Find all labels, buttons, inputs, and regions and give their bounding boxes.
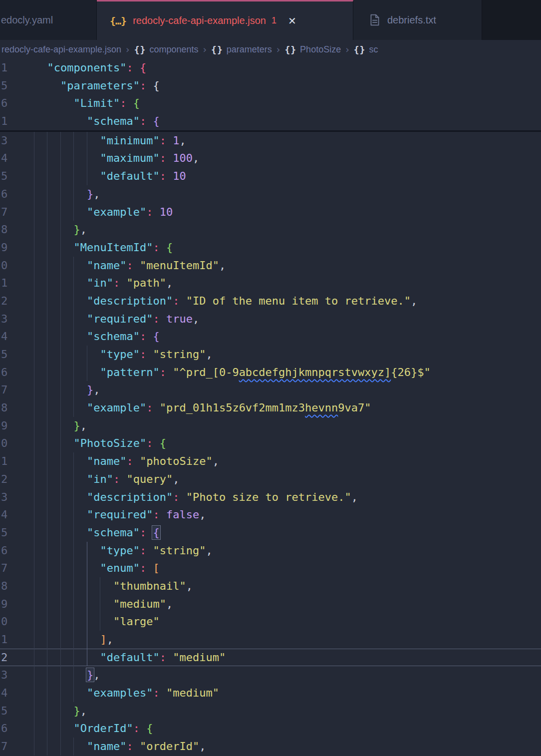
- line-number[interactable]: 6: [1, 364, 8, 381]
- code-line[interactable]: 0 "PhotoSize": {: [0, 434, 541, 452]
- line-number[interactable]: 8: [1, 399, 8, 417]
- code-line[interactable]: 4 "examples": "medium": [0, 684, 541, 702]
- code-line[interactable]: 7 "enum": [: [0, 559, 541, 577]
- line-number[interactable]: 4: [1, 328, 8, 346]
- code-line[interactable]: 3 "required": true,: [0, 310, 541, 328]
- code-line[interactable]: 0 "name": "menuItemId",: [0, 257, 541, 275]
- line-number[interactable]: 8: [1, 577, 8, 595]
- code-line[interactable]: 6 "pattern": "^prd_[0-9abcdefghjkmnpqrst…: [0, 364, 541, 381]
- code-line[interactable]: 7 "example": 10: [0, 203, 541, 221]
- line-number[interactable]: 7: [1, 738, 8, 756]
- code-line[interactable]: 2 "in": "query",: [0, 470, 541, 488]
- line-number[interactable]: 4: [1, 149, 8, 167]
- line-number[interactable]: 1: [1, 452, 8, 470]
- code-line[interactable]: 1 "name": "photoSize",: [0, 452, 541, 470]
- line-number[interactable]: 1: [1, 112, 8, 130]
- editor-window: edocly.yaml {…} redocly-cafe-api-example…: [0, 0, 541, 756]
- code-line[interactable]: 8 },: [0, 221, 541, 239]
- code-line[interactable]: 8 "thumbnail",: [0, 577, 541, 595]
- line-number[interactable]: 6: [1, 94, 8, 112]
- code-line-text: "name": "orderId",: [34, 738, 206, 756]
- code-line[interactable]: 5 },: [0, 702, 541, 720]
- code-line[interactable]: 1 "components": {: [0, 59, 541, 77]
- line-number[interactable]: 0: [1, 257, 8, 275]
- line-number[interactable]: 2: [1, 292, 8, 310]
- line-number[interactable]: 5: [1, 346, 8, 364]
- line-number[interactable]: 6: [1, 720, 8, 738]
- line-number[interactable]: 8: [1, 221, 8, 239]
- code-line-text: },: [34, 417, 87, 435]
- close-icon[interactable]: ✕: [286, 14, 298, 28]
- text-file-icon: [369, 13, 380, 26]
- code-line[interactable]: 5 "parameters": {: [0, 77, 541, 95]
- code-line-current[interactable]: 2 "default": "medium": [0, 649, 541, 667]
- line-number[interactable]: 6: [1, 185, 8, 203]
- tab-label: edocly.yaml: [1, 14, 53, 26]
- line-number[interactable]: 5: [1, 167, 8, 185]
- breadcrumb-item-sc[interactable]: {}sc: [354, 44, 378, 55]
- line-number[interactable]: 9: [1, 239, 8, 257]
- code-line[interactable]: 3 },: [0, 666, 541, 684]
- code-line[interactable]: 4 "maximum": 100,: [0, 149, 541, 167]
- code-line[interactable]: 0 "large": [0, 613, 541, 631]
- code-line[interactable]: 5 "schema": {: [0, 524, 541, 542]
- code-line[interactable]: 5 "type": "string",: [0, 346, 541, 364]
- breadcrumb-item-components[interactable]: {}components: [134, 44, 199, 55]
- code-line[interactable]: 3 "minimum": 1,: [0, 132, 541, 150]
- line-number[interactable]: 4: [1, 506, 8, 524]
- breadcrumb-item-redocly-cafe-api-example.json[interactable]: redocly-cafe-api-example.json: [1, 44, 121, 55]
- code-line[interactable]: 2 "description": "ID of the menu item to…: [0, 292, 541, 310]
- line-number[interactable]: 3: [1, 310, 8, 328]
- code-line-text: "required": false,: [34, 506, 206, 524]
- code-line[interactable]: 9 },: [0, 417, 541, 435]
- line-number[interactable]: 2: [1, 470, 8, 488]
- code-line[interactable]: 3 "description": "Photo size to retrieve…: [0, 488, 541, 506]
- line-number[interactable]: 9: [1, 595, 8, 613]
- code-line[interactable]: 6 "Limit": {: [0, 94, 541, 112]
- code-line[interactable]: 1 ],: [0, 631, 541, 649]
- line-number[interactable]: 7: [1, 559, 8, 577]
- code-line[interactable]: 7 "name": "orderId",: [0, 738, 541, 756]
- line-number[interactable]: 5: [1, 524, 8, 542]
- code-area[interactable]: 3 "minimum": 1,4 "maximum": 100,5 "defau…: [0, 132, 541, 756]
- line-number[interactable]: 3: [1, 488, 8, 506]
- tab-debriefs-txt[interactable]: debriefs.txt: [353, 0, 482, 40]
- line-number[interactable]: 5: [1, 702, 8, 720]
- line-number[interactable]: 1: [1, 59, 8, 77]
- tab-redocly-cafe-api-example-json[interactable]: {…} redocly-cafe-api-example.json 1 ✕: [97, 0, 353, 40]
- code-line[interactable]: 8 "example": "prd_01h1s5z6vf2mm1mz3hevnn…: [0, 399, 541, 417]
- line-number[interactable]: 0: [1, 613, 8, 631]
- sticky-scroll[interactable]: 1 "components": {5 "parameters": {6 "Lim…: [0, 59, 541, 132]
- line-number[interactable]: 7: [1, 381, 8, 399]
- line-number[interactable]: 6: [1, 542, 8, 560]
- line-number[interactable]: 5: [1, 77, 8, 95]
- code-line-text: "type": "string",: [34, 346, 213, 364]
- code-line[interactable]: 6 "type": "string",: [0, 542, 541, 560]
- code-line-text: "components": {: [34, 59, 146, 77]
- code-line[interactable]: 9 "medium",: [0, 595, 541, 613]
- object-symbol-icon: {}: [211, 44, 223, 55]
- code-line[interactable]: 9 "MenuItemId": {: [0, 239, 541, 257]
- code-line[interactable]: 4 "schema": {: [0, 328, 541, 346]
- line-number[interactable]: 1: [1, 631, 8, 649]
- tab-redocly-yaml[interactable]: edocly.yaml: [0, 0, 97, 40]
- code-line[interactable]: 1 "schema": {: [0, 112, 541, 130]
- code-line[interactable]: 6 "OrderId": {: [0, 720, 541, 738]
- code-line[interactable]: 4 "required": false,: [0, 506, 541, 524]
- line-number[interactable]: 3: [1, 132, 8, 150]
- line-number[interactable]: 7: [1, 203, 8, 221]
- line-number[interactable]: 1: [1, 274, 8, 292]
- line-number[interactable]: 4: [1, 684, 8, 702]
- line-number[interactable]: 3: [1, 666, 8, 684]
- code-line[interactable]: 7 },: [0, 381, 541, 399]
- line-number[interactable]: 0: [1, 434, 8, 452]
- breadcrumb-item-parameters[interactable]: {}parameters: [211, 44, 272, 55]
- code-line-text: "OrderId": {: [34, 720, 153, 738]
- line-number[interactable]: 2: [1, 649, 8, 667]
- code-editor[interactable]: 1 "components": {5 "parameters": {6 "Lim…: [0, 59, 541, 756]
- code-line[interactable]: 1 "in": "path",: [0, 274, 541, 292]
- code-line[interactable]: 5 "default": 10: [0, 167, 541, 185]
- code-line[interactable]: 6 },: [0, 185, 541, 203]
- breadcrumb-item-PhotoSize[interactable]: {}PhotoSize: [284, 44, 341, 55]
- line-number[interactable]: 9: [1, 417, 8, 435]
